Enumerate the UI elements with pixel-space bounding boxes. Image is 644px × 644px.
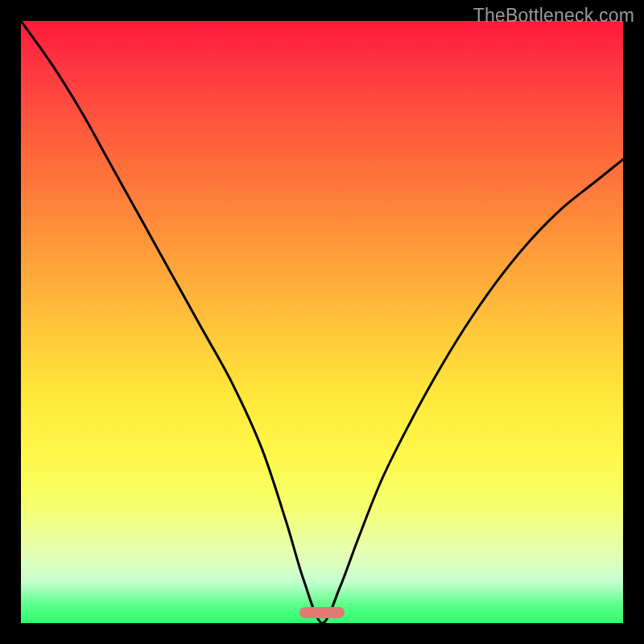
plot-area [21,21,623,623]
bottleneck-curve [21,21,623,623]
watermark-text: TheBottleneck.com [473,5,634,27]
optimum-marker [299,607,345,618]
chart-frame: TheBottleneck.com [0,0,644,644]
